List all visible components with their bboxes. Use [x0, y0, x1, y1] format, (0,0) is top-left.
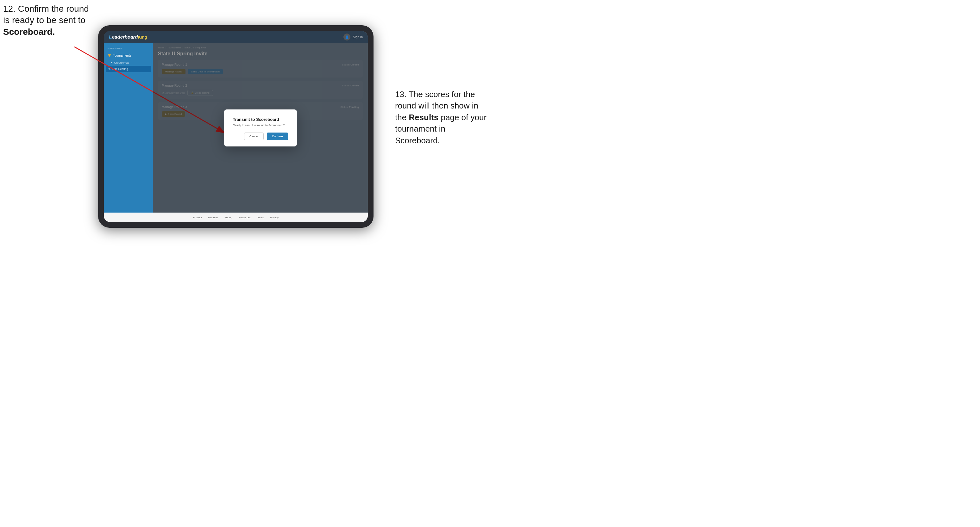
edit-icon: ✎ [108, 67, 111, 71]
annotation-line2: is ready to be sent to [3, 15, 86, 25]
sidebar-item-tournaments[interactable]: 🏆 Tournaments [104, 52, 153, 59]
footer-link-pricing[interactable]: Pricing [224, 216, 232, 219]
logo-text: LeaderboardKing [109, 34, 147, 40]
footer-link-product[interactable]: Product [193, 216, 202, 219]
tablet-screen: LeaderboardKing 👤 Sign In MAIN MENU 🏆 [104, 31, 368, 222]
trophy-icon: 🏆 [108, 54, 111, 57]
tablet-device: LeaderboardKing 👤 Sign In MAIN MENU 🏆 [98, 25, 374, 228]
logo-area: LeaderboardKing [109, 34, 147, 40]
annotation-right-text: 13. The scores for the round will then s… [395, 89, 487, 145]
sign-in-button[interactable]: Sign In [353, 35, 363, 39]
main-content: Home / Tournaments / State U Spring Invi… [153, 43, 368, 213]
modal-subtitle: Ready to send this round to Scoreboard? [233, 124, 288, 127]
sidebar: MAIN MENU 🏆 Tournaments + Create New ✎ E… [104, 43, 153, 213]
user-avatar: 👤 [344, 33, 350, 40]
app-container: LeaderboardKing 👤 Sign In MAIN MENU 🏆 [104, 31, 368, 222]
main-menu-label: MAIN MENU [104, 46, 153, 52]
app-header: LeaderboardKing 👤 Sign In [104, 31, 368, 43]
footer-link-features[interactable]: Features [208, 216, 218, 219]
footer-link-resources[interactable]: Resources [239, 216, 251, 219]
annotation-line3: Scoreboard. [3, 27, 55, 37]
modal-confirm-button[interactable]: Confirm [267, 133, 288, 140]
app-body: MAIN MENU 🏆 Tournaments + Create New ✎ E… [104, 43, 368, 213]
header-right: 👤 Sign In [344, 33, 363, 40]
sidebar-sub-item-create-new[interactable]: + Create New [104, 59, 153, 66]
transmit-modal: Transmit to Scoreboard Ready to send thi… [224, 110, 297, 146]
app-footer: Product Features Pricing Resources Terms… [104, 213, 368, 222]
sidebar-sub-item-edit-existing[interactable]: ✎ Edit Existing [106, 66, 151, 72]
footer-link-terms[interactable]: Terms [257, 216, 264, 219]
plus-icon: + [111, 61, 112, 64]
modal-backdrop: Transmit to Scoreboard Ready to send thi… [153, 43, 368, 213]
modal-buttons: Cancel Confirm [233, 133, 288, 140]
footer-link-privacy[interactable]: Privacy [270, 216, 278, 219]
annotation-right: 13. The scores for the round will then s… [395, 89, 487, 146]
modal-cancel-button[interactable]: Cancel [244, 133, 264, 140]
modal-title: Transmit to Scoreboard [233, 117, 288, 122]
annotation-line1: 12. Confirm the round [3, 4, 89, 14]
annotation-top-left: 12. Confirm the round is ready to be sen… [3, 3, 89, 38]
